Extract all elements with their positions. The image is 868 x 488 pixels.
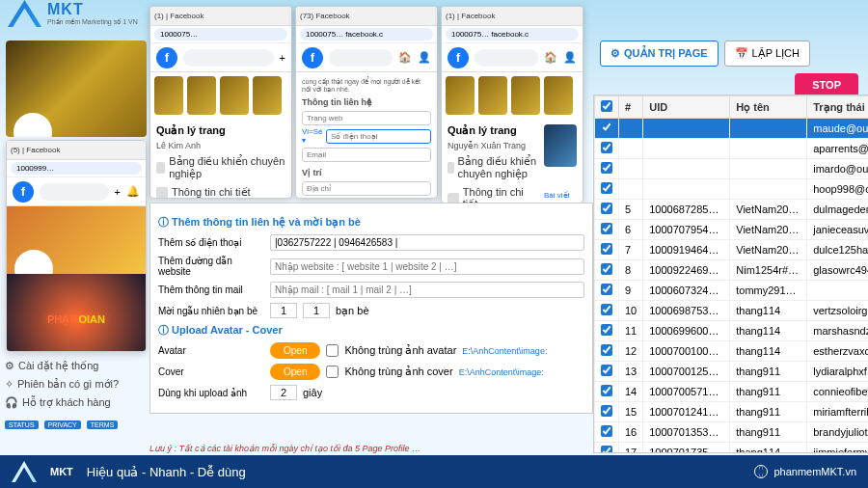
table-row[interactable]: 17100070173522999thang114 jimmiefermve@o…: [595, 443, 869, 454]
globe-icon: [754, 465, 768, 478]
right-toolbar: ⚙QUẢN TRỊ PAGE 📅LẬP LỊCH: [600, 41, 860, 67]
section-contact: ⓘ Thêm thông tin liên hệ và mời bạn bè: [158, 215, 584, 230]
tab-laplich[interactable]: 📅LẬP LỊCH: [724, 41, 810, 67]
stop-button[interactable]: STOP: [795, 73, 858, 96]
menu-item[interactable]: Thông tin chi tiết: [156, 183, 285, 199]
sparkle-icon: ✧: [5, 378, 14, 391]
row-checkbox[interactable]: [601, 324, 612, 336]
facebook-icon: f: [13, 181, 34, 203]
mini-browser-3[interactable]: (1) | Facebook f🏠👤 Quản lý trang Nguyễn …: [441, 6, 583, 203]
url-input[interactable]: [446, 28, 579, 41]
table-row[interactable]: 12100070010029770thang114 estherzvaxcaro…: [595, 341, 869, 362]
facebook-icon: f: [156, 47, 177, 68]
footer-site[interactable]: phanmemMKT.vn: [754, 465, 856, 478]
changelog-link[interactable]: ✧Phiên bản có gì mới?: [5, 375, 140, 393]
privacy-badge[interactable]: PRIVACY: [44, 420, 81, 429]
table-row[interactable]: 13100070012556255thang911 lydiaralphxf@o…: [595, 362, 869, 382]
section-upload: ⓘ Upload Avatar - Cover: [158, 323, 584, 338]
mini-browser-4[interactable]: (5) | Facebook f+🔔 PHẠMOIAN Thêm nút hàn…: [6, 140, 147, 352]
table-row[interactable]: 16100070135369342thang911 brandyjuliotao…: [595, 422, 869, 443]
mail-input[interactable]: [270, 282, 584, 298]
gear-icon: ⚙: [5, 360, 14, 372]
phone-field[interactable]: [326, 129, 431, 144]
logo-icon: [8, 0, 41, 27]
row-checkbox[interactable]: [601, 162, 612, 174]
footer-logo-icon: [12, 461, 37, 482]
url-input[interactable]: [300, 28, 433, 41]
tab-title: (1) | Facebook: [154, 12, 287, 20]
row-checkbox[interactable]: [601, 344, 612, 356]
avatar-path: E:\AnhContent\image:: [462, 346, 547, 356]
row-checkbox[interactable]: [601, 182, 612, 194]
row-checkbox[interactable]: [601, 142, 612, 153]
row-checkbox[interactable]: [601, 284, 612, 295]
status-badge[interactable]: STATUS: [5, 420, 39, 429]
row-checkbox[interactable]: [601, 223, 612, 234]
table-row[interactable]: 8100092246923293Nim1254r#fn4d glasowrc49…: [595, 260, 869, 281]
config-panel: ⓘ Thêm thông tin liên hệ và mời bạn bè T…: [149, 203, 593, 414]
table-row[interactable]: 11100069960040674thang114 marshasndzykcg…: [595, 321, 869, 341]
row-checkbox[interactable]: [601, 425, 612, 437]
invite-min[interactable]: [270, 303, 297, 318]
table-row[interactable]: aparrents@#…Chuyển về tài khoản cá nhân …: [595, 139, 869, 159]
brand-name: MKT: [47, 1, 138, 18]
table-row[interactable]: 6100070795470478VietNam2023@#@… janiecea…: [595, 220, 869, 240]
row-checkbox[interactable]: [601, 304, 612, 315]
mini-browser-2[interactable]: (73) Facebook f🏠👤 cung cấp thật ngay để …: [295, 6, 438, 199]
website-input[interactable]: [270, 258, 584, 275]
support-link[interactable]: 🎧Hỗ trợ khách hàng: [5, 393, 140, 412]
menu-item[interactable]: Bảng điều khiển chuyên nghiệp: [156, 152, 285, 183]
table-row[interactable]: 9100060732458669tommy291217@ Đã tạo thàn…: [595, 281, 869, 301]
cover-path: E:\AnhContent\image:: [459, 367, 544, 377]
warning-note: Lưu ý : Tất cả các tài khoản mỗi ngày ch…: [149, 444, 420, 453]
settings-link[interactable]: ⚙Cài đặt hệ thống: [5, 357, 140, 375]
row-checkbox[interactable]: [601, 122, 612, 133]
table-row[interactable]: maude@outlo…Chuyển về tài khoản cá nhân …: [595, 119, 869, 139]
table-row[interactable]: 14100070057132519thang911 connieofibeth@…: [595, 382, 869, 402]
invite-max[interactable]: [303, 303, 330, 318]
table-row[interactable]: imardo@outl…Chuyển về tài khoản cá nhân …: [595, 159, 869, 179]
no-dup-avatar-checkbox[interactable]: [326, 344, 339, 357]
mini-browser-1[interactable]: (1) | Facebook f+ Quản lý trang Lê Kim A…: [149, 6, 292, 199]
table-header-row: #UID Họ tên Trạng thái Thành công Tình t…: [595, 96, 869, 119]
no-dup-cover-checkbox[interactable]: [326, 366, 339, 378]
row-checkbox[interactable]: [601, 243, 612, 255]
terms-badge[interactable]: TERMS: [87, 420, 119, 429]
url-input[interactable]: [11, 162, 142, 175]
address-field[interactable]: [302, 181, 431, 196]
page-mgmt-title: Quản lý trang: [156, 124, 285, 137]
table-row[interactable]: 10100069875380534thang114 vertzsoloirgai…: [595, 301, 869, 321]
open-avatar-button[interactable]: Open: [270, 342, 320, 359]
row-checkbox[interactable]: [601, 446, 612, 453]
url-input[interactable]: [154, 28, 287, 41]
table-row[interactable]: 5100068728511397VietNam2023@#@… dulmaged…: [595, 200, 869, 220]
footer-slogan: Hiệu quả - Nhanh - Dễ dùng: [87, 465, 246, 479]
row-checkbox[interactable]: [601, 263, 612, 275]
facebook-icon: f: [302, 47, 323, 68]
select-all-checkbox[interactable]: [601, 100, 612, 112]
fb-search[interactable]: [183, 49, 274, 67]
page-owner: Lê Kim Anh: [156, 141, 285, 150]
tab-quantri-page[interactable]: ⚙QUẢN TRỊ PAGE: [600, 41, 719, 67]
delay-input[interactable]: [270, 385, 297, 400]
table-row[interactable]: 7100091946410955VietNam2023@#4 dulce125h…: [595, 240, 869, 260]
cover-preview-1: [6, 41, 147, 137]
table-row[interactable]: 15100070124119057thang911 miriamfterrill…: [595, 402, 869, 422]
open-cover-button[interactable]: Open: [270, 364, 320, 380]
brand-tagline: Phần mềm Marketing số 1 VN: [47, 18, 138, 26]
email-field[interactable]: [302, 148, 431, 162]
row-checkbox[interactable]: [601, 365, 612, 376]
calendar-icon: 📅: [735, 47, 748, 60]
facebook-icon: f: [448, 47, 469, 68]
row-checkbox[interactable]: [601, 405, 612, 417]
table-row[interactable]: hoop998@outl…: [595, 179, 869, 200]
row-checkbox[interactable]: [601, 203, 612, 214]
website-field[interactable]: [302, 111, 431, 125]
gear-icon: ⚙: [610, 47, 620, 60]
brand-logo: MKT Phần mềm Marketing số 1 VN: [8, 0, 138, 27]
phone-input[interactable]: [270, 234, 584, 251]
row-checkbox[interactable]: [601, 385, 612, 396]
left-footer-links: ⚙Cài đặt hệ thống ✧Phiên bản có gì mới? …: [5, 357, 140, 432]
app-footer: MKT Hiệu quả - Nhanh - Dễ dùng phanmemMK…: [0, 455, 868, 488]
headset-icon: 🎧: [5, 396, 18, 409]
